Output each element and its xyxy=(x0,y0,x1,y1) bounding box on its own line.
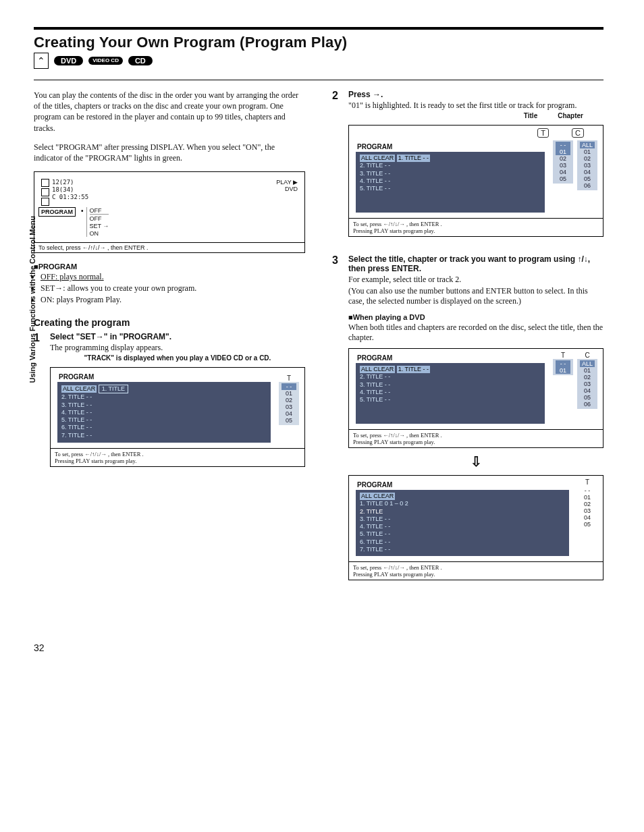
step-number: 3 xyxy=(332,254,342,586)
list-item[interactable]: 3. TITLE - - xyxy=(360,381,430,389)
screen-footer: To set, press ←/↑/↓/→ , then ENTER . xyxy=(353,564,599,571)
arrow-down-icon: ⇩ xyxy=(348,453,603,470)
list-item[interactable]: 5. TITLE - - xyxy=(61,416,128,424)
num-cell[interactable]: 01 xyxy=(580,367,595,374)
list-item[interactable]: 3. TITLE - - xyxy=(360,516,408,523)
num-cell[interactable]: 03 xyxy=(580,507,595,514)
step-body: The programming display appears. xyxy=(50,343,305,353)
list-item[interactable]: 6. TITLE - - xyxy=(61,424,128,431)
num-cell[interactable]: ALL xyxy=(580,142,595,148)
screen-footer: To set, press ←/↑/↓/→ , then ENTER . xyxy=(353,432,599,439)
side-tab: Using Various Functions with the Control… xyxy=(28,216,36,383)
num-cell[interactable]: - - xyxy=(556,360,570,367)
num-cell[interactable]: 03 xyxy=(580,381,595,387)
c-box: C xyxy=(572,128,584,138)
list-item[interactable]: 6. TITLE - - xyxy=(360,538,408,546)
num-cell[interactable]: 04 xyxy=(580,387,595,394)
list-item[interactable]: ALL CLEAR xyxy=(360,366,395,373)
list-item[interactable]: 2. TITLE - - xyxy=(360,162,430,169)
num-cell[interactable]: 01 xyxy=(580,494,595,501)
list-item[interactable]: 7. TITLE - - xyxy=(61,432,128,439)
screen-c: PROGRAM ALL CLEAR 1. TITLE - - 2. TITLE … xyxy=(348,348,603,448)
step-1: 1 Select "SET→" in "PROGRAM". The progra… xyxy=(34,332,305,472)
divider xyxy=(34,27,603,30)
num-cell[interactable]: 01 xyxy=(556,367,570,374)
intro-text: Select "PROGRAM" after pressing DISPLAY.… xyxy=(34,142,305,163)
num-cell[interactable]: 04 xyxy=(580,169,595,175)
step-3: 3 Select the title, chapter or track you… xyxy=(332,254,603,586)
num-cell[interactable]: 05 xyxy=(580,521,595,528)
page-title: Creating Your Own Program (Program Play) xyxy=(34,34,603,51)
osd-program-menu: 12(27) 18(34) C 01:32:55 PLAY ▶ DVD PROG… xyxy=(34,171,305,253)
num-cell[interactable]: 05 xyxy=(556,175,570,182)
screen-footer: Pressing PLAY starts program play. xyxy=(55,457,300,464)
num-cell[interactable]: 06 xyxy=(580,182,595,189)
program-bullets: OFF: plays normal. SET→: allows you to c… xyxy=(34,272,305,305)
num-cell[interactable]: 04 xyxy=(556,169,570,175)
step-body: (You can also use the number buttons and… xyxy=(348,286,603,306)
num-cell[interactable]: - - xyxy=(281,383,296,390)
num-cell[interactable]: 03 xyxy=(556,162,570,169)
list-item[interactable]: 4. TITLE - - xyxy=(360,389,430,396)
num-cell[interactable]: 01 xyxy=(281,390,296,397)
num-cell[interactable]: 01 xyxy=(556,148,570,155)
list-item[interactable]: 2. TITLE - - xyxy=(360,373,430,381)
step-2: 2 Press →. "01" is highlighted. It is re… xyxy=(332,90,603,242)
dvd-subhead: ■When playing a DVD xyxy=(348,313,603,321)
list-item[interactable]: 2. TITLE - - xyxy=(61,393,128,401)
screen-footer: Pressing PLAY starts program play. xyxy=(353,227,599,234)
num-cell[interactable]: 04 xyxy=(281,410,296,417)
list-item[interactable]: 5. TITLE - - xyxy=(360,185,430,192)
list-item[interactable]: 4. TITLE - - xyxy=(360,177,430,185)
osd-play-status: PLAY ▶ xyxy=(276,179,298,186)
num-cell[interactable]: 02 xyxy=(556,155,570,162)
list-item[interactable]: ALL CLEAR xyxy=(360,493,395,500)
osd-option[interactable]: SET → xyxy=(90,223,109,229)
num-cell[interactable]: 02 xyxy=(281,397,296,404)
num-cell[interactable]: 05 xyxy=(580,394,595,401)
num-cell[interactable]: 05 xyxy=(281,417,296,424)
bullet: ON: plays Program Play. xyxy=(41,295,305,305)
num-cell[interactable]: 03 xyxy=(281,404,296,410)
step-body: "01" is highlighted. It is ready to set … xyxy=(348,101,603,111)
col-header: T xyxy=(279,375,299,382)
list-item[interactable]: 7. TITLE - - xyxy=(360,546,408,553)
osd-option[interactable]: OFF xyxy=(90,215,109,222)
all-clear[interactable]: ALL CLEAR xyxy=(61,385,97,393)
program-subhead: ■PROGRAM xyxy=(34,262,305,271)
num-cell[interactable]: 02 xyxy=(580,155,595,162)
list-item[interactable]: ALL CLEAR xyxy=(360,155,395,162)
list-item[interactable]: 1. TITLE - - xyxy=(397,366,430,373)
screen-footer: To set, press ←/↑/↓/→ , then ENTER . xyxy=(353,221,599,227)
num-cell[interactable]: 04 xyxy=(580,514,595,521)
list-item[interactable]: 1. TITLE - - xyxy=(397,155,430,162)
num-cell[interactable]: 06 xyxy=(580,401,595,408)
remote-icon: ⌃ xyxy=(34,53,49,69)
osd-option[interactable]: OFF xyxy=(90,207,109,215)
num-cell[interactable]: 03 xyxy=(580,162,595,169)
intro-text: You can play the contents of the disc in… xyxy=(34,90,305,134)
osd-line: 18(34) xyxy=(52,186,88,193)
list-item[interactable]: 5. TITLE - - xyxy=(360,530,408,538)
num-cell[interactable]: 02 xyxy=(580,501,595,507)
list-item[interactable]: 1. TITLE 0 1 – 0 2 xyxy=(360,500,408,507)
num-cell[interactable]: 02 xyxy=(580,374,595,381)
list-item[interactable]: 3. TITLE - - xyxy=(61,401,128,409)
list-item[interactable]: 2. TITLE xyxy=(360,508,408,516)
num-cell[interactable]: ALL xyxy=(580,360,595,367)
osd-square-icon xyxy=(41,188,49,196)
list-item[interactable]: 4. TITLE - - xyxy=(61,409,128,416)
num-cell[interactable]: 01 xyxy=(580,148,595,155)
dvd-body: When both titles and chapters are record… xyxy=(348,323,603,343)
list-item[interactable]: 5. TITLE - - xyxy=(360,396,430,404)
num-cell[interactable]: - - xyxy=(580,487,595,494)
osd-option[interactable]: ON xyxy=(90,230,109,237)
num-cell[interactable]: 05 xyxy=(580,175,595,182)
list-item[interactable]: 1. TITLE xyxy=(99,385,128,393)
list-item[interactable]: 3. TITLE - - xyxy=(360,170,430,177)
list-item[interactable]: 4. TITLE - - xyxy=(360,523,408,530)
screen-d: PROGRAM ALL CLEAR 1. TITLE 0 1 – 0 2 2. … xyxy=(348,475,603,580)
osd-label: PROGRAM xyxy=(38,207,76,217)
num-cell[interactable]: - - xyxy=(556,142,570,148)
badge-cd: CD xyxy=(128,56,153,65)
